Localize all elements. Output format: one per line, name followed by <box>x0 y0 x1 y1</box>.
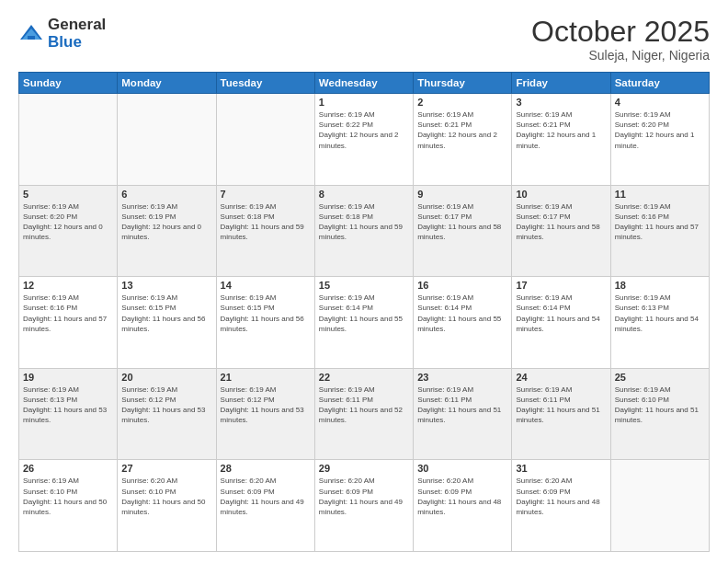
month-title: October 2025 <box>531 17 710 46</box>
day-info: Sunrise: 6:19 AM Sunset: 6:18 PM Dayligh… <box>221 201 311 243</box>
calendar-cell: 6Sunrise: 6:19 AM Sunset: 6:19 PM Daylig… <box>118 185 216 277</box>
calendar-cell: 4Sunrise: 6:19 AM Sunset: 6:20 PM Daylig… <box>610 94 709 186</box>
day-number: 22 <box>319 372 409 383</box>
calendar-cell: 10Sunrise: 6:19 AM Sunset: 6:17 PM Dayli… <box>512 185 610 277</box>
day-info: Sunrise: 6:19 AM Sunset: 6:11 PM Dayligh… <box>516 385 606 426</box>
calendar-cell: 11Sunrise: 6:19 AM Sunset: 6:16 PM Dayli… <box>610 185 709 277</box>
day-info: Sunrise: 6:19 AM Sunset: 6:12 PM Dayligh… <box>121 385 211 426</box>
day-info: Sunrise: 6:20 AM Sunset: 6:09 PM Dayligh… <box>417 476 507 517</box>
day-number: 1 <box>319 97 409 108</box>
day-number: 14 <box>221 280 311 291</box>
calendar-cell: 23Sunrise: 6:19 AM Sunset: 6:11 PM Dayli… <box>414 368 512 460</box>
calendar-cell: 18Sunrise: 6:19 AM Sunset: 6:13 PM Dayli… <box>610 277 709 369</box>
calendar-cell: 16Sunrise: 6:19 AM Sunset: 6:14 PM Dayli… <box>414 277 512 369</box>
day-number: 6 <box>121 189 211 200</box>
col-friday: Friday <box>512 73 610 94</box>
page: General Blue October 2025 Suleja, Niger,… <box>0 0 728 563</box>
col-thursday: Thursday <box>414 73 512 94</box>
day-number: 5 <box>23 189 113 200</box>
day-info: Sunrise: 6:19 AM Sunset: 6:21 PM Dayligh… <box>516 109 606 151</box>
location-subtitle: Suleja, Niger, Nigeria <box>531 48 710 63</box>
title-block: October 2025 Suleja, Niger, Nigeria <box>531 17 710 63</box>
day-number: 31 <box>516 463 606 474</box>
calendar-cell: 7Sunrise: 6:19 AM Sunset: 6:18 PM Daylig… <box>216 185 314 277</box>
day-info: Sunrise: 6:19 AM Sunset: 6:18 PM Dayligh… <box>319 201 409 243</box>
day-info: Sunrise: 6:19 AM Sunset: 6:14 PM Dayligh… <box>516 293 606 334</box>
day-number: 24 <box>516 372 606 383</box>
day-number: 7 <box>221 189 311 200</box>
calendar-cell: 20Sunrise: 6:19 AM Sunset: 6:12 PM Dayli… <box>118 368 216 460</box>
day-info: Sunrise: 6:19 AM Sunset: 6:10 PM Dayligh… <box>615 385 705 426</box>
day-info: Sunrise: 6:20 AM Sunset: 6:09 PM Dayligh… <box>319 476 409 517</box>
calendar-table: Sunday Monday Tuesday Wednesday Thursday… <box>18 72 710 552</box>
calendar-cell <box>118 94 216 186</box>
header: General Blue October 2025 Suleja, Niger,… <box>18 17 710 63</box>
calendar-cell: 15Sunrise: 6:19 AM Sunset: 6:14 PM Dayli… <box>314 277 413 369</box>
day-info: Sunrise: 6:19 AM Sunset: 6:13 PM Dayligh… <box>615 293 705 334</box>
calendar-cell: 17Sunrise: 6:19 AM Sunset: 6:14 PM Dayli… <box>512 277 610 369</box>
day-info: Sunrise: 6:20 AM Sunset: 6:10 PM Dayligh… <box>121 476 211 517</box>
logo-blue: Blue <box>48 34 106 52</box>
calendar-cell: 12Sunrise: 6:19 AM Sunset: 6:16 PM Dayli… <box>19 277 118 369</box>
logo: General Blue <box>18 17 106 51</box>
col-wednesday: Wednesday <box>314 73 413 94</box>
day-number: 18 <box>615 280 705 291</box>
day-number: 10 <box>516 189 606 200</box>
day-info: Sunrise: 6:19 AM Sunset: 6:14 PM Dayligh… <box>417 293 507 334</box>
day-info: Sunrise: 6:19 AM Sunset: 6:16 PM Dayligh… <box>23 293 113 334</box>
calendar-cell: 26Sunrise: 6:19 AM Sunset: 6:10 PM Dayli… <box>19 460 118 552</box>
calendar-cell: 19Sunrise: 6:19 AM Sunset: 6:13 PM Dayli… <box>19 368 118 460</box>
calendar-cell: 13Sunrise: 6:19 AM Sunset: 6:15 PM Dayli… <box>118 277 216 369</box>
calendar-cell <box>216 94 314 186</box>
day-info: Sunrise: 6:19 AM Sunset: 6:22 PM Dayligh… <box>319 109 409 151</box>
day-info: Sunrise: 6:19 AM Sunset: 6:17 PM Dayligh… <box>516 201 606 243</box>
day-info: Sunrise: 6:19 AM Sunset: 6:20 PM Dayligh… <box>615 109 705 151</box>
col-tuesday: Tuesday <box>216 73 314 94</box>
calendar-cell: 25Sunrise: 6:19 AM Sunset: 6:10 PM Dayli… <box>610 368 709 460</box>
day-info: Sunrise: 6:19 AM Sunset: 6:17 PM Dayligh… <box>417 201 507 243</box>
calendar-cell: 14Sunrise: 6:19 AM Sunset: 6:15 PM Dayli… <box>216 277 314 369</box>
calendar-cell: 8Sunrise: 6:19 AM Sunset: 6:18 PM Daylig… <box>314 185 413 277</box>
day-info: Sunrise: 6:19 AM Sunset: 6:16 PM Dayligh… <box>615 201 705 243</box>
calendar-cell: 5Sunrise: 6:19 AM Sunset: 6:20 PM Daylig… <box>19 185 118 277</box>
day-number: 17 <box>516 280 606 291</box>
calendar-week-row: 5Sunrise: 6:19 AM Sunset: 6:20 PM Daylig… <box>19 185 710 277</box>
day-info: Sunrise: 6:19 AM Sunset: 6:10 PM Dayligh… <box>23 476 113 517</box>
day-number: 25 <box>615 372 705 383</box>
logo-icon <box>18 21 44 47</box>
calendar-cell: 27Sunrise: 6:20 AM Sunset: 6:10 PM Dayli… <box>118 460 216 552</box>
day-number: 9 <box>417 189 507 200</box>
day-number: 27 <box>121 463 211 474</box>
day-number: 12 <box>23 280 113 291</box>
day-number: 28 <box>221 463 311 474</box>
day-number: 2 <box>417 97 507 108</box>
calendar-header-row: Sunday Monday Tuesday Wednesday Thursday… <box>19 73 710 94</box>
day-info: Sunrise: 6:20 AM Sunset: 6:09 PM Dayligh… <box>516 476 606 517</box>
day-info: Sunrise: 6:19 AM Sunset: 6:19 PM Dayligh… <box>121 201 211 243</box>
logo-general: General <box>48 17 106 34</box>
calendar-cell: 28Sunrise: 6:20 AM Sunset: 6:09 PM Dayli… <box>216 460 314 552</box>
day-info: Sunrise: 6:19 AM Sunset: 6:12 PM Dayligh… <box>221 385 311 426</box>
day-number: 21 <box>221 372 311 383</box>
day-info: Sunrise: 6:19 AM Sunset: 6:20 PM Dayligh… <box>23 201 113 243</box>
day-info: Sunrise: 6:19 AM Sunset: 6:15 PM Dayligh… <box>121 293 211 334</box>
calendar-week-row: 12Sunrise: 6:19 AM Sunset: 6:16 PM Dayli… <box>19 277 710 369</box>
col-monday: Monday <box>118 73 216 94</box>
day-info: Sunrise: 6:19 AM Sunset: 6:15 PM Dayligh… <box>221 293 311 334</box>
calendar-cell: 3Sunrise: 6:19 AM Sunset: 6:21 PM Daylig… <box>512 94 610 186</box>
logo-text: General Blue <box>48 17 106 51</box>
day-info: Sunrise: 6:19 AM Sunset: 6:11 PM Dayligh… <box>417 385 507 426</box>
svg-rect-2 <box>28 36 35 40</box>
calendar-cell: 30Sunrise: 6:20 AM Sunset: 6:09 PM Dayli… <box>414 460 512 552</box>
day-number: 23 <box>417 372 507 383</box>
day-number: 15 <box>319 280 409 291</box>
calendar-week-row: 1Sunrise: 6:19 AM Sunset: 6:22 PM Daylig… <box>19 94 710 186</box>
day-number: 11 <box>615 189 705 200</box>
day-number: 26 <box>23 463 113 474</box>
day-info: Sunrise: 6:19 AM Sunset: 6:14 PM Dayligh… <box>319 293 409 334</box>
calendar-cell <box>19 94 118 186</box>
calendar-week-row: 19Sunrise: 6:19 AM Sunset: 6:13 PM Dayli… <box>19 368 710 460</box>
day-number: 13 <box>121 280 211 291</box>
day-number: 19 <box>23 372 113 383</box>
day-number: 8 <box>319 189 409 200</box>
